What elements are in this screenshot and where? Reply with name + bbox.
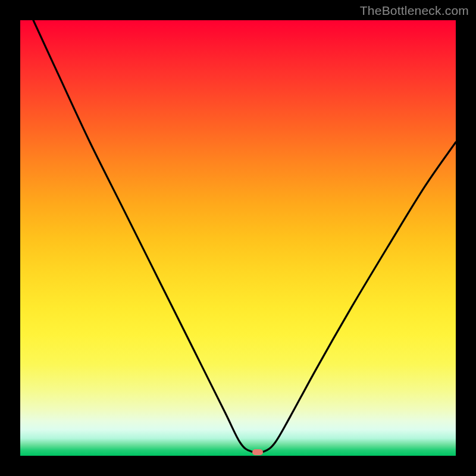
chart-frame: TheBottleneck.com: [0, 0, 476, 476]
watermark-text: TheBottleneck.com: [360, 4, 469, 18]
plot-area: [20, 20, 456, 456]
bottleneck-curve: [20, 20, 456, 456]
optimal-point-marker: [252, 449, 263, 455]
